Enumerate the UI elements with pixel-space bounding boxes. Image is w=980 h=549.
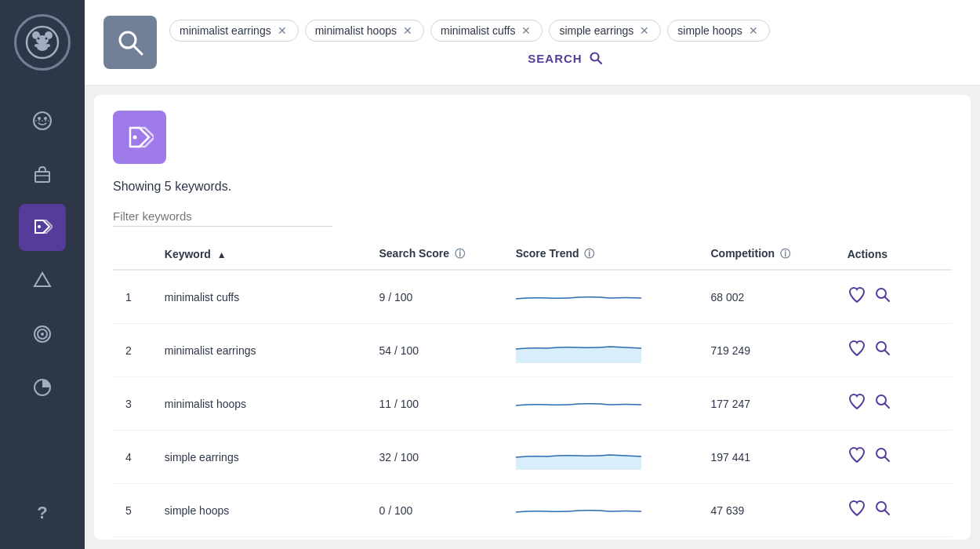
competition-info-icon[interactable]: ⓘ [780, 248, 790, 260]
actions-cell [835, 324, 952, 377]
tag-minimalist-earrings[interactable]: minimalist earrings ✕ [169, 20, 299, 42]
keyword-cell: simple earrings [152, 431, 367, 484]
search-detail-icon[interactable] [874, 286, 891, 308]
filter-section [113, 206, 952, 239]
competition-cell: 197 441 [698, 431, 834, 484]
tags-icon-box [113, 111, 166, 164]
row-num: 3 [113, 377, 152, 431]
search-score-cell: 54 / 100 [366, 324, 503, 377]
svg-line-25 [597, 60, 601, 64]
search-score-info-icon[interactable]: ⓘ [455, 248, 465, 260]
search-section: minimalist earrings ✕ minimalist hoops ✕… [85, 0, 980, 85]
actions-cell [835, 377, 952, 431]
sidebar-help[interactable]: ? [19, 489, 66, 536]
keyword-cell: minimalist earrings [152, 324, 367, 377]
svg-point-8 [34, 44, 39, 47]
action-icons [848, 285, 939, 309]
sidebar-item-shop[interactable] [19, 151, 66, 198]
score-trend-info-icon[interactable]: ⓘ [584, 248, 594, 260]
tags-container: minimalist earrings ✕ minimalist hoops ✕… [169, 20, 961, 42]
score-trend-cell [503, 377, 699, 431]
sort-arrow-icon: ▲ [217, 249, 227, 260]
tag-close-simple-earrings[interactable]: ✕ [638, 24, 651, 37]
col-header-keyword[interactable]: Keyword ▲ [152, 239, 367, 270]
favorite-icon[interactable] [848, 392, 866, 416]
tag-simple-earrings[interactable]: simple earrings ✕ [549, 20, 661, 42]
tag-minimalist-hoops[interactable]: minimalist hoops ✕ [305, 20, 424, 42]
svg-line-36 [884, 510, 889, 514]
search-detail-icon[interactable] [874, 340, 891, 362]
competition-cell: 719 249 [698, 324, 834, 377]
competition-cell: 47 639 [698, 484, 834, 537]
sidebar: ? [0, 0, 85, 549]
table-row: 1 minimalist cuffs 9 / 100 68 002 [113, 270, 952, 324]
sidebar-logo [0, 0, 85, 85]
col-header-search-score: Search Score ⓘ [366, 239, 503, 270]
tag-close-minimalist-cuffs[interactable]: ✕ [520, 24, 532, 37]
search-button[interactable]: SEARCH [528, 51, 602, 65]
tag-close-minimalist-hoops[interactable]: ✕ [401, 24, 414, 37]
svg-point-9 [45, 44, 50, 47]
svg-line-30 [884, 350, 889, 354]
search-score-cell: 32 / 100 [366, 431, 503, 484]
svg-point-7 [37, 43, 48, 51]
action-icons [848, 339, 939, 362]
search-detail-icon[interactable] [874, 500, 891, 522]
sidebar-item-tags[interactable] [19, 204, 66, 251]
favorite-icon[interactable] [848, 339, 866, 362]
col-header-num [113, 239, 152, 270]
tag-label: simple hoops [677, 24, 742, 37]
svg-marker-17 [34, 273, 50, 286]
competition-cell: 68 002 [698, 270, 834, 324]
action-icons [848, 445, 939, 469]
row-num: 4 [113, 431, 152, 484]
search-detail-icon[interactable] [874, 446, 891, 468]
search-detail-icon[interactable] [874, 393, 891, 415]
help-icon: ? [37, 503, 47, 523]
results-section: Showing 5 keywords. Keyword ▲ Search Sco… [94, 95, 971, 540]
col-header-competition: Competition ⓘ [698, 239, 834, 270]
favorite-icon[interactable] [848, 445, 866, 469]
action-icons [848, 499, 939, 522]
table-row: 5 simple hoops 0 / 100 47 639 [113, 484, 952, 537]
row-num: 5 [113, 484, 152, 537]
svg-rect-14 [35, 172, 49, 182]
actions-cell [835, 270, 952, 324]
tag-label: minimalist earrings [180, 24, 271, 37]
score-trend-cell [503, 324, 699, 377]
tag-label: minimalist cuffs [441, 24, 515, 37]
tag-simple-hoops[interactable]: simple hoops ✕ [667, 20, 770, 42]
tag-label: minimalist hoops [315, 24, 397, 37]
svg-point-11 [38, 117, 41, 120]
sidebar-item-shapes[interactable] [19, 257, 66, 304]
keyword-cell: minimalist cuffs [152, 270, 367, 324]
sidebar-item-dashboard[interactable] [19, 97, 66, 144]
table-row: 4 simple earrings 32 / 100 197 441 [113, 431, 952, 484]
table-row: 3 minimalist hoops 11 / 100 177 247 [113, 377, 952, 431]
svg-point-16 [38, 225, 41, 228]
col-header-actions: Actions [835, 239, 952, 270]
sidebar-item-target[interactable] [19, 311, 66, 358]
col-header-score-trend: Score Trend ⓘ [503, 239, 699, 270]
tag-label: simple earrings [559, 24, 633, 37]
svg-point-20 [41, 333, 44, 336]
action-icons [848, 392, 939, 416]
row-num: 2 [113, 324, 152, 377]
favorite-icon[interactable] [848, 499, 866, 522]
search-button-label: SEARCH [528, 52, 582, 65]
tag-minimalist-cuffs[interactable]: minimalist cuffs ✕ [430, 20, 543, 42]
search-score-cell: 11 / 100 [366, 377, 503, 431]
row-num: 1 [113, 270, 152, 324]
keywords-table: Keyword ▲ Search Score ⓘ Score Trend ⓘ C… [113, 239, 952, 537]
tag-close-simple-hoops[interactable]: ✕ [747, 24, 760, 37]
filter-input[interactable] [113, 206, 332, 227]
sidebar-item-help[interactable]: ? [19, 489, 66, 536]
tag-close-minimalist-earrings[interactable]: ✕ [276, 24, 289, 37]
col-keyword-label: Keyword [165, 248, 211, 260]
actions-cell [835, 431, 952, 484]
favorite-icon[interactable] [848, 285, 866, 309]
svg-point-4 [38, 38, 40, 40]
sidebar-navigation [0, 85, 85, 424]
sidebar-item-analytics[interactable] [19, 364, 66, 411]
table-row: 2 minimalist earrings 54 / 100 719 249 [113, 324, 952, 377]
